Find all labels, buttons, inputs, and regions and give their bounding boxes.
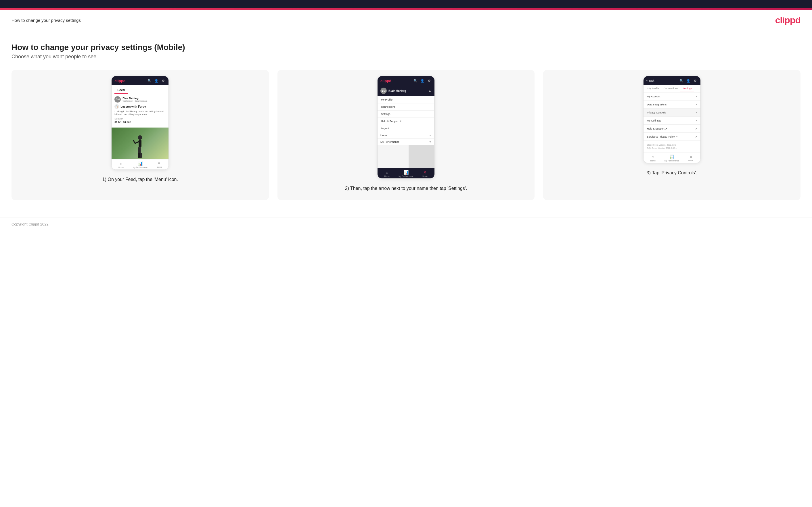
phone3-home-label: Home bbox=[650, 160, 656, 162]
home-label: Home bbox=[118, 166, 124, 168]
post-username: Blair McHarg bbox=[122, 97, 147, 100]
menu-label: Menu bbox=[157, 166, 162, 168]
menu-username: Blair McHarg bbox=[389, 89, 406, 93]
chevron-down-perf: ▼ bbox=[429, 141, 431, 143]
phone1-nav-icons: 🔍 👤 ⚙ bbox=[147, 78, 166, 83]
step-1-card: clippd 🔍 👤 ⚙ Feed BM Blair bbox=[11, 70, 269, 200]
bottom-nav-home: ⌂ Home bbox=[111, 161, 131, 168]
blurred-area bbox=[377, 145, 434, 168]
chevron-down-home: ▼ bbox=[429, 134, 431, 137]
svg-line-3 bbox=[134, 140, 135, 143]
phone3-bottom-home: ⌂ Home bbox=[644, 155, 662, 162]
menu-avatar: BM bbox=[380, 88, 387, 94]
step-3-caption: 3) Tap 'Privacy Controls'. bbox=[647, 169, 697, 176]
phone3-perf-icon: 📊 bbox=[669, 155, 674, 159]
phone3-bottom-nav: ⌂ Home 📊 My Performance ≡ Menu bbox=[644, 153, 701, 163]
serviceprivacy-ext-icon: ↗ bbox=[695, 135, 697, 138]
myaccount-chevron: › bbox=[696, 95, 697, 98]
settings-icon: ⚙ bbox=[161, 78, 166, 83]
search-icon: 🔍 bbox=[147, 78, 152, 83]
helpsupport-ext-icon: ↗ bbox=[695, 127, 697, 130]
step-1-caption: 1) On your Feed, tap the 'Menu' icon. bbox=[102, 176, 178, 183]
settings-serviceprivacy: Service & Privacy Policy ↗ ↗ bbox=[644, 133, 701, 141]
phone2-home-icon: ⌂ bbox=[386, 170, 388, 175]
header: How to change your privacy settings clip… bbox=[0, 10, 812, 31]
step-3-card: < Back 🔍 👤 ⚙ My Profile Connections Sett… bbox=[543, 70, 801, 200]
svg-rect-7 bbox=[140, 153, 142, 158]
svg-point-0 bbox=[138, 135, 142, 140]
menu-user-row: BM Blair McHarg ▲ bbox=[377, 85, 435, 96]
version-client: Clippd Client Version: 2022.8.3-3 bbox=[647, 144, 697, 147]
dataintegrations-label: Data Integrations bbox=[647, 103, 667, 106]
step-2-caption: 2) Then, tap the arrow next to your name… bbox=[345, 185, 467, 192]
performance-icon: 📊 bbox=[138, 161, 143, 166]
menu-section-home: Home ▼ bbox=[377, 132, 434, 139]
menu-perf-label: My Performance bbox=[380, 140, 399, 143]
post-text: Looking to feel like my hands are exitin… bbox=[114, 110, 166, 116]
tab-myprofile: My Profile bbox=[645, 85, 661, 92]
avatar: BM bbox=[114, 96, 121, 103]
phone3-home-icon: ⌂ bbox=[652, 155, 654, 159]
home-icon: ⌂ bbox=[120, 161, 122, 166]
serviceprivacy-label: Service & Privacy Policy ↗ bbox=[647, 135, 678, 138]
menu-section-performance: My Performance ▼ bbox=[377, 139, 434, 145]
footer: Copyright Clippd 2022 bbox=[0, 217, 812, 231]
mygolfbag-chevron: › bbox=[696, 119, 697, 122]
phone-2-mockup: clippd 🔍 👤 ⚙ BM Blair McHarg ▲ bbox=[377, 76, 435, 179]
phone1-logo: clippd bbox=[114, 79, 125, 83]
dataintegrations-chevron: › bbox=[696, 103, 697, 106]
golfer-svg bbox=[133, 135, 147, 159]
phone3-navbar: < Back 🔍 👤 ⚙ bbox=[644, 76, 701, 85]
phone3-perf-label: My Performance bbox=[664, 160, 679, 162]
helpsupport-label: Help & Support ↗ bbox=[647, 127, 668, 130]
duration-label: Duration bbox=[114, 117, 166, 120]
svg-rect-4 bbox=[138, 147, 140, 153]
menu-item-settings: Settings bbox=[377, 111, 434, 118]
phone1-navbar: clippd 🔍 👤 ⚙ bbox=[111, 76, 168, 85]
phone3-bottom-performance: 📊 My Performance bbox=[662, 155, 681, 162]
svg-rect-5 bbox=[140, 147, 141, 153]
page-subheading: Choose what you want people to see bbox=[11, 54, 801, 60]
phone3-bottom-menu: ≡ Menu bbox=[681, 155, 701, 162]
settings-icon-3: ⚙ bbox=[693, 78, 698, 83]
phone3-menu-icon: ≡ bbox=[690, 155, 692, 159]
tab-settings: Settings bbox=[680, 85, 695, 92]
settings-helpsupport: Help & Support ↗ ↗ bbox=[644, 125, 701, 133]
golf-image bbox=[111, 127, 168, 159]
post-meta: Yesterday · Sunningdale bbox=[122, 100, 147, 102]
bottom-nav-performance: 📊 My Performance bbox=[131, 161, 150, 168]
step-2-card: clippd 🔍 👤 ⚙ BM Blair McHarg ▲ bbox=[277, 70, 535, 200]
menu-icon: ≡ bbox=[158, 161, 160, 165]
menu-user-left: BM Blair McHarg bbox=[380, 88, 406, 94]
lesson-title-row: 📋 Lesson with Fordy bbox=[114, 104, 166, 109]
phone2-perf-icon: 📊 bbox=[404, 170, 409, 175]
menu-home-label: Home bbox=[380, 134, 387, 137]
settings-privacycontrols: Privacy Controls › bbox=[644, 109, 701, 117]
menu-item-logout: Logout bbox=[377, 125, 434, 132]
phone2-close-icon: ✕ bbox=[423, 170, 427, 175]
logo: clippd bbox=[775, 15, 801, 25]
myaccount-label: My Account bbox=[647, 95, 660, 98]
phone2-logo: clippd bbox=[380, 79, 391, 83]
svg-rect-6 bbox=[138, 153, 140, 158]
phone3-nav-icons: 🔍 👤 ⚙ bbox=[679, 78, 698, 83]
phone2-bottom-home: ⌂ Home bbox=[377, 170, 397, 177]
settings-mygolfbag: My Golf Bag › bbox=[644, 117, 701, 125]
phone2-perf-label: My Performance bbox=[399, 175, 413, 177]
version-server: GQL Server Version: 2022.7.30-1 bbox=[647, 147, 697, 150]
menu-item-helpsupport: Help & Support ↗ bbox=[377, 118, 434, 125]
search-icon-2: 🔍 bbox=[413, 78, 418, 83]
steps-container: clippd 🔍 👤 ⚙ Feed BM Blair bbox=[11, 70, 801, 200]
post-user-info: Blair McHarg Yesterday · Sunningdale bbox=[122, 97, 147, 102]
phone-3-mockup: < Back 🔍 👤 ⚙ My Profile Connections Sett… bbox=[643, 76, 701, 163]
phone2-navbar: clippd 🔍 👤 ⚙ bbox=[377, 76, 435, 85]
privacycontrols-chevron: › bbox=[696, 111, 697, 114]
phone1-bottom-nav: ⌂ Home 📊 My Performance ≡ Menu bbox=[111, 159, 168, 169]
main-content: How to change your privacy settings (Mob… bbox=[0, 31, 812, 217]
settings-myaccount: My Account › bbox=[644, 93, 701, 101]
phone2-bottom-performance: 📊 My Performance bbox=[397, 170, 415, 177]
settings-icon-2: ⚙ bbox=[427, 78, 432, 83]
page-heading: How to change your privacy settings (Mob… bbox=[11, 43, 801, 52]
user-icon-2: 👤 bbox=[420, 78, 425, 83]
menu-item-connections: Connections bbox=[377, 103, 434, 111]
